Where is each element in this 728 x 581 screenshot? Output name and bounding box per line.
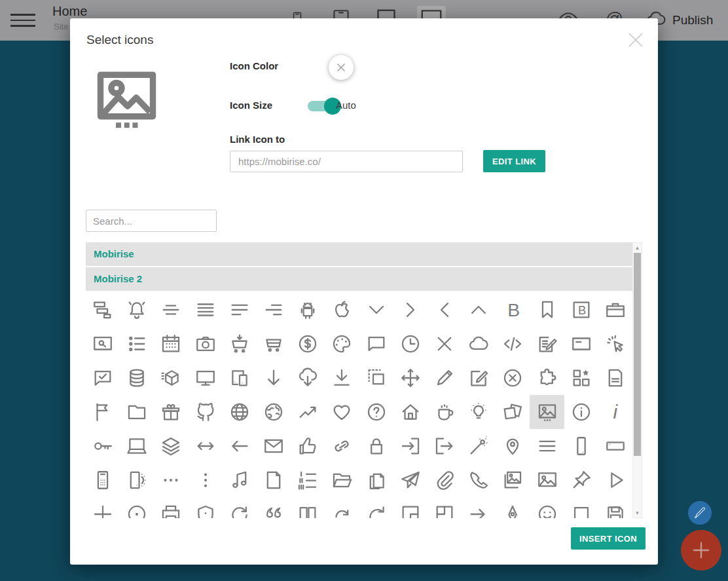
grid-icon-pen-nib[interactable] [496, 497, 530, 518]
grid-icon-quote[interactable] [257, 497, 291, 518]
grid-icon-folder-open[interactable] [325, 463, 359, 497]
grid-icon-menu[interactable] [530, 429, 564, 463]
grid-icon-download[interactable] [325, 361, 359, 395]
grid-icon-play[interactable] [598, 463, 632, 497]
grid-icon-android[interactable] [291, 293, 325, 327]
grid-icon-chat-check[interactable] [86, 361, 120, 395]
grid-icon-thumbs-up[interactable] [291, 429, 325, 463]
grid-icon-resize-br[interactable] [393, 497, 428, 518]
grid-icon-coffee-cup[interactable] [428, 395, 462, 429]
grid-icon-magic-wand[interactable] [462, 429, 496, 463]
grid-icon-cloud-download[interactable] [291, 361, 325, 395]
grid-icon-move[interactable] [393, 361, 428, 395]
grid-icon-columns[interactable] [291, 497, 325, 518]
grid-icon-bookmark[interactable] [530, 293, 564, 327]
grid-icon-info-italic[interactable]: i [598, 395, 632, 429]
grid-icon-paper-plane[interactable] [393, 463, 428, 497]
grid-icon-cart[interactable] [257, 327, 291, 361]
grid-icon-picture[interactable] [530, 463, 564, 497]
grid-icon-align-justify[interactable] [189, 293, 223, 327]
grid-icon-gift[interactable] [154, 395, 188, 429]
grid-icon-music[interactable] [223, 463, 257, 497]
grid-icon-shield[interactable] [189, 497, 223, 518]
grid-icon-puzzle[interactable] [530, 361, 564, 395]
grid-icon-palette[interactable] [325, 327, 359, 361]
grid-icon-file[interactable] [598, 361, 632, 395]
grid-icon-bell[interactable] [120, 293, 154, 327]
grid-icon-smiley[interactable] [530, 497, 564, 518]
grid-icon-pages[interactable] [359, 463, 393, 497]
grid-icon-cloud[interactable] [462, 327, 496, 361]
grid-icon-align-left[interactable] [223, 293, 257, 327]
group-header-mobirise-2[interactable]: Mobirise 2 [86, 267, 632, 291]
grid-icon-key[interactable] [86, 429, 120, 463]
modal-close-icon[interactable] [626, 30, 646, 50]
grid-icon-briefcase[interactable] [598, 293, 632, 327]
grid-icon-idea[interactable] [462, 395, 496, 429]
grid-icon-redo-small[interactable] [325, 497, 359, 518]
grid-icon-paperclip[interactable] [428, 463, 462, 497]
grid-icon-align-center[interactable] [154, 293, 188, 327]
grid-icon-phone-settings[interactable] [120, 463, 154, 497]
grid-icon-pencil[interactable] [428, 361, 462, 395]
scroll-up-icon[interactable]: ▲ [633, 243, 642, 252]
grid-icon-resize-tl[interactable] [428, 497, 462, 518]
grid-icon-laptop[interactable] [120, 429, 154, 463]
grid-icon-chevron-left[interactable] [428, 293, 462, 327]
grid-icon-phone-keypad[interactable] [86, 463, 120, 497]
grid-icon-save[interactable] [598, 497, 632, 518]
grid-icon-bold[interactable]: B [496, 293, 530, 327]
grid-icon-login[interactable] [393, 429, 428, 463]
scroll-down-icon[interactable]: ▼ [633, 508, 642, 517]
grid-icon-list-bullets[interactable] [120, 327, 154, 361]
grid-icon-home[interactable] [393, 395, 428, 429]
grid-icon-chevron-up[interactable] [462, 293, 496, 327]
grid-icon-edit-box[interactable] [462, 361, 496, 395]
grid-icon-camera[interactable] [189, 327, 223, 361]
grid-icon-cube[interactable] [154, 361, 188, 395]
grid-icon-redo[interactable] [359, 497, 393, 518]
grid-icon-layers[interactable] [154, 429, 188, 463]
grid-icon-clock[interactable] [393, 327, 428, 361]
grid-icon-calendar[interactable] [154, 327, 188, 361]
grid-icon-desktop[interactable] [189, 361, 223, 395]
grid-icon-globe-grid[interactable] [223, 395, 257, 429]
grid-icon-copy-pages[interactable] [496, 395, 530, 429]
grid-icon-chevron-down[interactable] [359, 293, 393, 327]
link-url-input[interactable] [230, 151, 463, 172]
grid-icon-help-circle[interactable] [359, 395, 393, 429]
search-input[interactable] [86, 210, 217, 232]
grid-icon-link[interactable] [325, 429, 359, 463]
grid-icon-devices[interactable] [223, 361, 257, 395]
grid-icon-file-blank[interactable] [257, 463, 291, 497]
grid-icon-coin-dollar[interactable] [291, 327, 325, 361]
grid-icon-apple[interactable] [325, 293, 359, 327]
grid-icon-bootstrap[interactable]: B [564, 293, 598, 327]
grid-icon-plus[interactable] [86, 497, 120, 518]
group-header-mobirise[interactable]: Mobirise [86, 242, 632, 266]
grid-icon-folder[interactable] [120, 395, 154, 429]
grid-icon-info-circle[interactable] [564, 395, 598, 429]
grid-icon-refresh[interactable] [223, 497, 257, 518]
grid-icon-phone-handset[interactable] [462, 463, 496, 497]
grid-icon-mail[interactable] [257, 429, 291, 463]
grid-icon-flag[interactable] [86, 395, 120, 429]
grid-icon-drag-select[interactable] [359, 361, 393, 395]
grid-icon-record[interactable] [120, 497, 154, 518]
grid-icon-arrow-right-small[interactable] [462, 497, 496, 518]
grid-icon-credit-card[interactable] [564, 327, 598, 361]
grid-icon-growth[interactable] [291, 395, 325, 429]
grid-icon-photo-gallery[interactable] [496, 463, 530, 497]
grid-icon-arrow-left[interactable] [223, 429, 257, 463]
edit-link-button[interactable]: EDIT LINK [483, 150, 545, 172]
grid-icon-list-numbered[interactable] [291, 463, 325, 497]
grid-icon-lock[interactable] [359, 429, 393, 463]
grid-icon-features[interactable] [564, 361, 598, 395]
grid-icon-logout[interactable] [428, 429, 462, 463]
grid-icon-image[interactable] [530, 395, 564, 429]
grid-icon-printer[interactable] [154, 497, 188, 518]
grid-icon-arrows-horizontal[interactable] [189, 429, 223, 463]
theme-brush-fab[interactable] [688, 501, 712, 525]
grid-icon-arrow-down[interactable] [257, 361, 291, 395]
icon-size-toggle[interactable] [308, 101, 334, 111]
